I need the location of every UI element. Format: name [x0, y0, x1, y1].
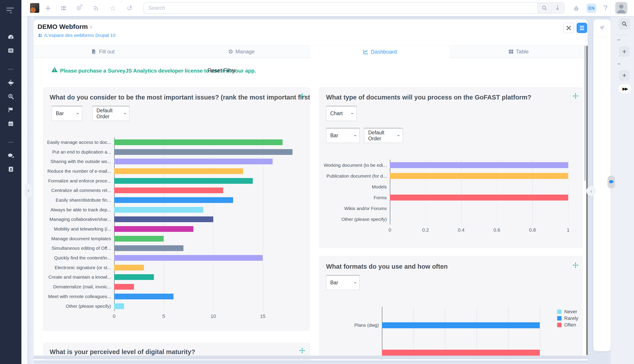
move-handle-icon[interactable] — [299, 348, 305, 354]
sidebar-more-top[interactable] — [0, 66, 22, 72]
tick-label: 0.8 — [529, 227, 536, 233]
category-label: Meet with remote colleagues... — [43, 294, 114, 299]
tick-label: 10 — [211, 314, 216, 319]
sidebar-item-contacts[interactable] — [0, 166, 22, 172]
legend-item[interactable]: Never — [557, 308, 578, 315]
chats-icon — [8, 152, 14, 159]
tab-bar: Fill out ⚙ Manage Dashboard Table — [34, 45, 588, 58]
chat-shortcut[interactable] — [607, 176, 615, 188]
view-menu-button[interactable] — [577, 23, 587, 33]
rail-add-button[interactable]: + — [619, 46, 629, 57]
move-handle-icon[interactable] — [572, 262, 578, 268]
sidebar-item-list[interactable] — [0, 47, 22, 54]
tab-fill-out[interactable]: Fill out — [34, 46, 172, 58]
move-handle-icon[interactable] — [299, 93, 305, 99]
rss-icon — [93, 5, 99, 12]
move-handle-icon[interactable] — [572, 93, 578, 99]
add-button[interactable] — [44, 4, 52, 12]
outer-scrollbar-thumb[interactable] — [584, 46, 586, 181]
rail-search-button[interactable] — [618, 18, 630, 30]
chart-row: Publication document (for d... — [319, 170, 583, 181]
history-button[interactable]: ↺ — [126, 4, 134, 12]
basket-button[interactable] — [572, 4, 580, 12]
bar — [390, 194, 568, 200]
chart-type-select[interactable]: Bar› — [326, 128, 360, 143]
search-scope-button[interactable]: ↓ — [551, 3, 564, 13]
bar — [114, 188, 223, 193]
fast-forward-button[interactable]: ▶▶ — [618, 84, 631, 93]
chart-panel-formats: What formats do you use and how often Ba… — [319, 256, 583, 360]
bar — [390, 173, 568, 179]
collapse-section-button[interactable]: › — [616, 63, 622, 65]
shared-folder-icon — [8, 80, 14, 86]
chart-type-select[interactable]: Bar› — [52, 106, 82, 121]
chart-title: What is your perceived level of digital … — [50, 348, 195, 356]
reset-filter-button[interactable]: Reset Filter — [208, 67, 236, 74]
contacts-icon — [8, 166, 14, 172]
chart-row: Easily share/distribute fin... — [43, 195, 310, 205]
expand-button[interactable] — [563, 23, 574, 33]
category-label: Other (please specify) — [319, 217, 390, 222]
page-title: DEMO Webform› — [38, 23, 92, 30]
breadcrumb[interactable]: /L'espace des webforms Drupal 10 — [38, 33, 116, 38]
visualizer-select[interactable]: Chart› — [326, 106, 356, 121]
settings-button[interactable]: ⚙⚙ — [75, 4, 83, 12]
vertical-scrollbar-thumb[interactable] — [586, 46, 588, 355]
chart-row: Managing collaborative/shar... — [43, 215, 310, 224]
help-button[interactable]: ? — [603, 4, 608, 12]
search-button-group: ↓ — [538, 2, 564, 14]
arrow-down-icon: ↓ — [555, 5, 560, 11]
select-value: Default Order — [97, 108, 125, 120]
calendar-icon — [8, 120, 14, 127]
send-panel-button[interactable] — [593, 24, 610, 31]
tab-dashboard[interactable]: Dashboard — [311, 46, 449, 58]
folder-tree-icon — [60, 5, 67, 12]
chart-row: Reduce the number of e-mail... — [43, 166, 310, 176]
bar-chart: Working document (to be edi...Publicatio… — [319, 160, 583, 235]
sidebar-item-calendar[interactable] — [0, 120, 22, 127]
select-value: Bar — [330, 280, 338, 286]
sidebar-menu-toggle[interactable] — [7, 8, 15, 13]
search-submit-button[interactable] — [538, 3, 551, 13]
language-badge[interactable]: EN — [586, 4, 596, 13]
tab-label: Table — [516, 48, 529, 55]
chevron-right-icon[interactable]: › — [90, 24, 92, 30]
bar — [114, 245, 183, 251]
topbar: ⚙⚙ ☆ ↺ ↓ EN ? — [22, 0, 634, 16]
tick-label: 0.6 — [493, 227, 500, 233]
left-panel-expand-handle[interactable]: › — [25, 184, 32, 197]
rail-add-button[interactable]: + — [619, 70, 629, 81]
sidebar-item-flags[interactable] — [0, 106, 22, 113]
tab-table[interactable]: Table — [449, 46, 588, 58]
sidebar-item-discussions[interactable] — [0, 152, 22, 159]
sidebar-item-search[interactable] — [0, 93, 22, 100]
collapse-section-button[interactable]: › — [616, 39, 622, 41]
sort-order-select[interactable]: Default Order› — [92, 106, 129, 121]
legend-item[interactable]: Rarely — [557, 315, 578, 322]
sidebar-item-shared-space[interactable] — [0, 80, 22, 86]
search-input[interactable] — [144, 2, 538, 14]
chart-row: Models — [319, 181, 583, 192]
plus-icon — [45, 5, 51, 12]
legend-item[interactable]: Often — [557, 322, 578, 328]
tab-manage[interactable]: ⚙ Manage — [172, 46, 311, 58]
sidebar-more-bottom[interactable] — [0, 140, 22, 145]
legend-label: Never — [564, 309, 577, 314]
tick-label: 0 — [113, 314, 116, 319]
user-avatar[interactable] — [615, 2, 627, 14]
sidebar-item-dashboard[interactable] — [0, 34, 22, 40]
tick-label: 5 — [162, 314, 165, 319]
folder-tree-button[interactable] — [59, 4, 67, 12]
sort-order-select[interactable]: Default Order› — [364, 128, 403, 143]
category-label: Electronic signature (or st... — [43, 265, 114, 270]
category-label: Manage document templates — [43, 236, 114, 241]
right-panel-collapse-handle[interactable]: ‹ — [586, 186, 596, 196]
horizontal-scrollbar[interactable] — [34, 356, 588, 359]
feeds-button[interactable] — [92, 4, 100, 12]
chart-type-select[interactable]: Bar› — [326, 275, 360, 290]
bar — [114, 255, 263, 261]
favorites-button[interactable]: ☆ — [109, 4, 117, 12]
workspace-avatar[interactable] — [30, 3, 39, 13]
category-label: Centralize all comments rel... — [43, 188, 114, 193]
bar — [114, 236, 164, 242]
